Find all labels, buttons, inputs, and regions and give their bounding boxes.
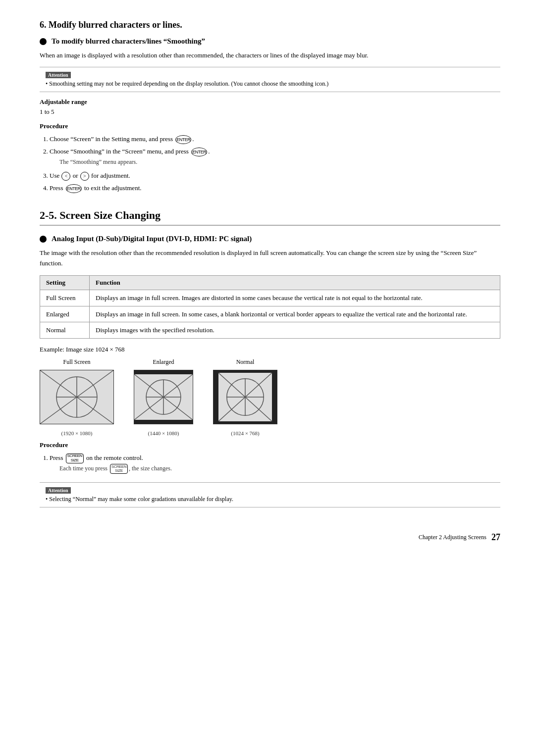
procedure-step-2-note: The “Smoothing” menu appears.	[59, 157, 500, 168]
caption-top-full: Full Screen	[63, 358, 91, 366]
screen-illustration-normal	[213, 370, 277, 426]
section25-attention-text: • Selecting “Normal” may make some color…	[46, 496, 494, 503]
section-25-title-text: Screen Size Changing	[59, 209, 160, 221]
enter-button-icon-3: ENTER	[66, 184, 82, 193]
section-6-title-text: Modify blurred characters or lines.	[49, 20, 182, 30]
procedure2-step-1: Press SCREENSIZE on the remote control. …	[50, 452, 500, 474]
image-column-full: Full Screen (1920 × 1080)	[40, 358, 114, 436]
procedure-list-2: Press SCREENSIZE on the remote control. …	[50, 452, 500, 474]
subsection-smoothing-title: To modify blurred characters/lines “Smoo…	[52, 37, 205, 46]
adjustable-range-label: Adjustable range	[40, 98, 500, 106]
table-cell-function-1: Displays an image in full screen. In som…	[90, 306, 500, 322]
procedure-label-1: Procedure	[40, 122, 500, 130]
chapter-text: Chapter 2 Adjusting Screens	[419, 534, 486, 541]
left-arrow-icon: <	[61, 172, 70, 181]
screen-size-button-icon-1: SCREENSIZE	[66, 454, 84, 463]
example-label: Example: Image size 1024 × 768	[40, 346, 500, 353]
canvas-enlarged-screen	[134, 370, 193, 424]
page-number: 27	[491, 532, 500, 543]
analog-body-text: The image with the resolution other than…	[40, 248, 500, 269]
table-row: Normal Displays images with the specifie…	[40, 322, 500, 339]
enter-button-icon-1: ENTER	[175, 135, 191, 144]
attention-label: Attention	[46, 72, 71, 78]
table-cell-function-2: Displays images with the specified resol…	[90, 322, 500, 339]
image-column-normal: Normal (1024 × 768)	[213, 358, 277, 436]
screen-examples-row: Full Screen (1920 × 1080) Enlarged (1440…	[40, 358, 500, 436]
table-cell-setting-2: Normal	[40, 322, 90, 339]
canvas-full-screen	[40, 370, 114, 424]
bullet-icon	[40, 38, 47, 45]
caption-top-enlarged: Enlarged	[153, 358, 174, 366]
page-footer: Chapter 2 Adjusting Screens 27	[40, 532, 500, 543]
subsection-analog-title: Analog Input (D-Sub)/Digital Input (DVI-…	[52, 235, 252, 243]
settings-table: Setting Function Full Screen Displays an…	[40, 275, 500, 339]
smoothing-attention-box: Attention • Smoothing setting may not be…	[40, 67, 500, 92]
section-6: 6. Modify blurred characters or lines. T…	[40, 20, 500, 194]
section25-attention-box: Attention • Selecting “Normal” may make …	[40, 482, 500, 507]
section-6-number: 6.	[40, 20, 47, 30]
table-cell-setting-1: Enlarged	[40, 306, 90, 322]
screen-illustration-full	[40, 370, 114, 426]
table-col-setting: Setting	[40, 276, 90, 290]
caption-bottom-normal: (1024 × 768)	[231, 430, 260, 436]
bullet-icon-2	[40, 236, 47, 243]
table-row: Enlarged Displays an image in full scree…	[40, 306, 500, 322]
smoothing-attention-text: • Smoothing setting may not be required …	[46, 80, 494, 88]
section-25: 2-5. Screen Size Changing Analog Input (…	[40, 209, 500, 507]
image-column-enlarged: Enlarged (1440 × 1080)	[134, 358, 193, 436]
table-cell-function-0: Displays an image in full screen. Images…	[90, 290, 500, 306]
smoothing-body-text: When an image is displayed with a resolu…	[40, 50, 500, 61]
table-row: Full Screen Displays an image in full sc…	[40, 290, 500, 306]
procedure2-step-1-note: Each time you press SCREENSIZE, the size…	[59, 463, 500, 474]
caption-bottom-full: (1920 × 1080)	[61, 430, 92, 436]
procedure-step-1: Choose “Screen” in the Setting menu, and…	[50, 133, 500, 145]
enter-button-icon-2: ENTER	[191, 148, 207, 156]
caption-top-normal: Normal	[236, 358, 255, 366]
procedure-step-3: Use < or > for adjustment.	[50, 170, 500, 181]
section-25-number: 2-5.	[40, 209, 57, 221]
screen-illustration-enlarged	[134, 370, 193, 426]
procedure-label-2: Procedure	[40, 441, 500, 449]
caption-bottom-enlarged: (1440 × 1080)	[148, 430, 179, 436]
attention-label-2: Attention	[46, 487, 71, 494]
section-25-title: 2-5. Screen Size Changing	[40, 209, 500, 226]
adjustable-range-value: 1 to 5	[40, 107, 500, 117]
table-col-function: Function	[90, 276, 500, 290]
procedure-list-1: Choose “Screen” in the Setting menu, and…	[50, 133, 500, 194]
section-6-title: 6. Modify blurred characters or lines.	[40, 20, 500, 30]
screen-size-button-icon-2: SCREENSIZE	[110, 464, 128, 474]
subsection-analog-heading: Analog Input (D-Sub)/Digital Input (DVI-…	[40, 235, 500, 243]
right-arrow-icon: >	[80, 172, 89, 181]
table-cell-setting-0: Full Screen	[40, 290, 90, 306]
procedure-step-2: Choose “Smoothing” in the “Screen” menu,…	[50, 146, 500, 168]
subsection-smoothing-heading: To modify blurred characters/lines “Smoo…	[40, 37, 500, 46]
canvas-normal-screen	[213, 370, 277, 424]
procedure-step-4: Press ENTER to exit the adjustment.	[50, 182, 500, 194]
